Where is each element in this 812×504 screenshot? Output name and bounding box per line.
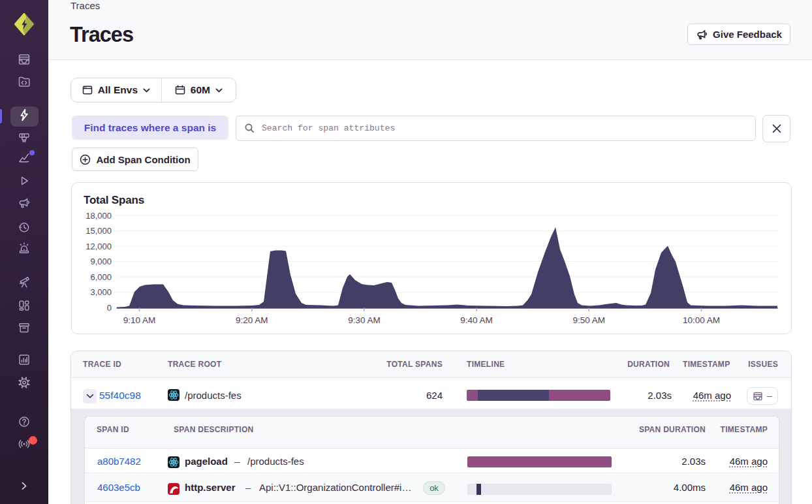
svg-text:9:30 AM: 9:30 AM [348, 315, 381, 325]
svg-text:9:40 AM: 9:40 AM [460, 315, 493, 325]
svg-text:10:00 AM: 10:00 AM [683, 315, 720, 325]
svg-text:6,000: 6,000 [90, 272, 112, 282]
svg-text:12,000: 12,000 [86, 242, 112, 251]
svg-text:3,000: 3,000 [90, 287, 112, 297]
svg-text:9:20 AM: 9:20 AM [236, 315, 268, 325]
svg-text:15,000: 15,000 [86, 226, 112, 236]
svg-text:9,000: 9,000 [90, 257, 112, 266]
svg-text:18,000: 18,000 [86, 211, 112, 221]
svg-text:9:10 AM: 9:10 AM [123, 315, 156, 325]
svg-text:9:50 AM: 9:50 AM [573, 315, 606, 325]
svg-text:0: 0 [107, 303, 112, 313]
